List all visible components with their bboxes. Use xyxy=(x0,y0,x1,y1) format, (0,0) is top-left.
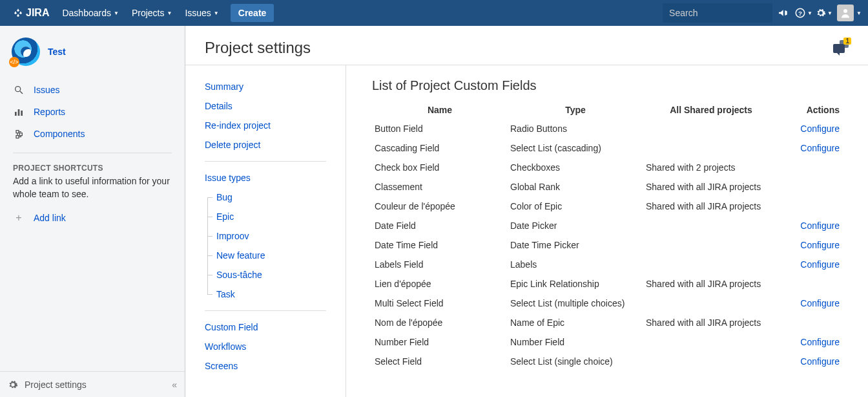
add-link-label: Add link xyxy=(34,213,66,223)
settings-nav: SummaryDetailsRe-index projectDelete pro… xyxy=(185,65,346,397)
project-name[interactable]: Test xyxy=(48,47,66,57)
table-row: Lien d'épopéeEpic Link RelationshipShare… xyxy=(372,274,842,294)
jira-logo[interactable]: JIRA xyxy=(6,7,56,19)
column-header: All Shared projects xyxy=(643,101,779,119)
help-icon[interactable]: ? ▼ xyxy=(793,0,814,26)
svg-point-5 xyxy=(16,87,21,92)
cell-name: Labels Field xyxy=(372,255,508,274)
cell-actions: Configure xyxy=(779,352,842,371)
cell-type: Select List (cascading) xyxy=(508,138,643,158)
create-button[interactable]: Create xyxy=(231,4,274,22)
project-sidebar: </> Test IssuesReportsComponents PROJECT… xyxy=(0,26,185,397)
sidebar-item-reports[interactable]: Reports xyxy=(6,101,178,123)
nav-issues[interactable]: Issues▼ xyxy=(178,0,225,26)
sidebar-footer[interactable]: Project settings « xyxy=(0,371,185,397)
sidebar-item-issues[interactable]: Issues xyxy=(6,79,178,101)
configure-link[interactable]: Configure xyxy=(800,337,840,347)
cell-actions xyxy=(779,313,842,332)
cell-shared xyxy=(643,352,779,371)
sidebar-item-label: Reports xyxy=(34,107,65,117)
configure-link[interactable]: Configure xyxy=(800,123,840,134)
settings-nav-re-index-project[interactable]: Re-index project xyxy=(185,116,346,135)
project-header[interactable]: </> Test xyxy=(6,32,178,76)
configure-link[interactable]: Configure xyxy=(800,240,840,250)
top-nav: JIRA Dashboards▼Projects▼Issues▼ Create … xyxy=(0,0,868,26)
cell-actions: Configure xyxy=(779,119,842,138)
cell-actions xyxy=(779,197,842,216)
table-row: Check box FieldCheckboxesShared with 2 p… xyxy=(372,158,842,177)
settings-nav-issuetype-bug[interactable]: Bug xyxy=(185,188,346,207)
settings-nav-issuetype-task[interactable]: Task xyxy=(185,284,346,304)
cell-shared: Shared with all JIRA projects xyxy=(643,177,779,197)
cell-name: Select Field xyxy=(372,352,508,371)
cell-type: Date Picker xyxy=(508,216,643,235)
feedback-icon[interactable]: 1 xyxy=(833,40,849,56)
cell-type: Select List (multiple choices) xyxy=(508,294,643,313)
svg-rect-9 xyxy=(21,111,23,116)
cell-shared xyxy=(643,216,779,235)
table-row: Nom de l'épopéeName of EpicShared with a… xyxy=(372,313,842,332)
settings-nav-custom-field[interactable]: Custom Field xyxy=(185,317,346,337)
settings-nav-issuetype-improov[interactable]: Improov xyxy=(185,226,346,246)
cell-actions: Configure xyxy=(779,138,842,158)
sidebar-item-components[interactable]: Components xyxy=(6,123,178,145)
cell-type: Global Rank xyxy=(508,177,643,197)
sidebar-item-label: Components xyxy=(34,129,85,139)
jira-logo-icon xyxy=(13,8,23,18)
configure-link[interactable]: Configure xyxy=(800,356,840,367)
svg-point-4 xyxy=(843,9,847,13)
nav-dashboards[interactable]: Dashboards▼ xyxy=(56,0,125,26)
settings-nav-issuetype-epic[interactable]: Epic xyxy=(185,207,346,226)
cell-actions xyxy=(779,158,842,177)
collapse-icon[interactable]: « xyxy=(172,380,177,390)
settings-icon[interactable]: ▼ xyxy=(814,0,834,26)
logo-text: JIRA xyxy=(26,7,49,19)
cell-name: Cascading Field xyxy=(372,138,508,158)
settings-nav-screens[interactable]: Screens xyxy=(185,356,346,376)
feedback-count: 1 xyxy=(843,38,851,45)
settings-nav-workflows[interactable]: Workflows xyxy=(185,337,346,356)
settings-nav-issuetype-new-feature[interactable]: New feature xyxy=(185,246,346,265)
cell-name: Nom de l'épopée xyxy=(372,313,508,332)
cell-name: Date Field xyxy=(372,216,508,235)
cell-shared xyxy=(643,255,779,274)
search-input[interactable] xyxy=(669,8,782,18)
configure-link[interactable]: Configure xyxy=(800,259,840,270)
settings-nav-summary[interactable]: Summary xyxy=(185,77,346,96)
sidebar-item-label: Issues xyxy=(34,85,59,95)
cell-shared: Shared with all JIRA projects xyxy=(643,197,779,216)
announce-icon[interactable] xyxy=(772,0,793,26)
cell-type: Select List (single choice) xyxy=(508,352,643,371)
cell-name: Classement xyxy=(372,177,508,197)
configure-link[interactable]: Configure xyxy=(800,298,840,308)
cell-name: Number Field xyxy=(372,332,508,352)
settings-nav-delete-project[interactable]: Delete project xyxy=(185,135,346,155)
cell-type: Labels xyxy=(508,255,643,274)
cell-name: Lien d'épopée xyxy=(372,274,508,294)
project-avatar-icon: </> xyxy=(12,38,40,66)
cell-shared xyxy=(643,235,779,255)
cell-shared xyxy=(643,294,779,313)
table-row: Multi Select FieldSelect List (multiple … xyxy=(372,294,842,313)
cell-name: Date Time Field xyxy=(372,235,508,255)
configure-link[interactable]: Configure xyxy=(800,143,840,153)
user-avatar[interactable] xyxy=(837,5,854,21)
table-row: ClassementGlobal RankShared with all JIR… xyxy=(372,177,842,197)
svg-line-6 xyxy=(20,91,23,94)
cell-shared: Shared with all JIRA projects xyxy=(643,274,779,294)
settings-nav-issuetype-sous-tâche[interactable]: Sous-tâche xyxy=(185,265,346,284)
cell-name: Couleur de l'épopée xyxy=(372,197,508,216)
settings-nav-details[interactable]: Details xyxy=(185,96,346,116)
configure-link[interactable]: Configure xyxy=(800,220,840,231)
cell-name: Button Field xyxy=(372,119,508,138)
content-area: List of Project Custom Fields NameTypeAl… xyxy=(346,65,868,397)
add-link-button[interactable]: + Add link xyxy=(6,207,178,229)
cell-type: Radio Buttons xyxy=(508,119,643,138)
cell-shared xyxy=(643,138,779,158)
cell-shared: Shared with 2 projects xyxy=(643,158,779,177)
nav-projects[interactable]: Projects▼ xyxy=(125,0,179,26)
settings-nav-issue-types[interactable]: Issue types xyxy=(185,168,346,188)
search-box[interactable] xyxy=(663,3,772,23)
main-area: Project settings 1 SummaryDetailsRe-inde… xyxy=(185,26,868,397)
cell-name: Multi Select Field xyxy=(372,294,508,313)
